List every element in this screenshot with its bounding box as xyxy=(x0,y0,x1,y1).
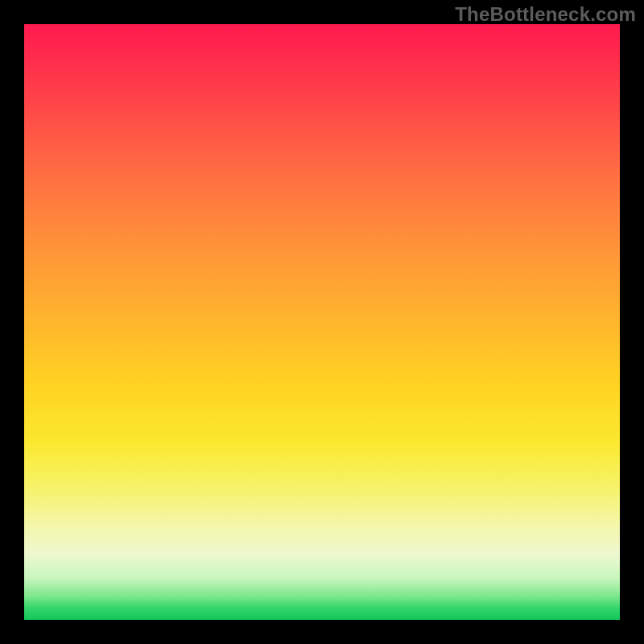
watermark-text: TheBottleneck.com xyxy=(455,3,636,26)
plot-area xyxy=(24,24,620,620)
gradient-background xyxy=(24,24,620,620)
chart-frame: TheBottleneck.com xyxy=(0,0,644,644)
